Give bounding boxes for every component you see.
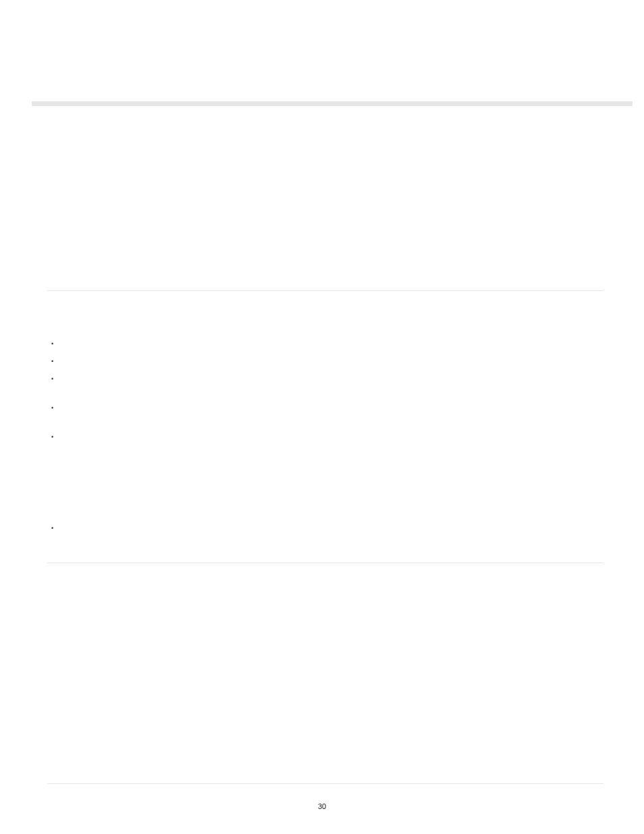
header-bar — [32, 101, 633, 106]
bullet-icon: • — [51, 434, 53, 440]
horizontal-rule — [47, 563, 603, 563]
page-number: 30 — [0, 802, 644, 810]
document-page: • • • • • • 30 — [0, 0, 644, 834]
bullet-icon: • — [51, 525, 53, 531]
bullet-icon: • — [51, 341, 53, 347]
bullet-icon: • — [51, 359, 53, 365]
bullet-icon: • — [51, 405, 53, 411]
horizontal-rule — [47, 290, 603, 291]
horizontal-rule — [47, 783, 603, 784]
bullet-icon: • — [51, 376, 53, 382]
